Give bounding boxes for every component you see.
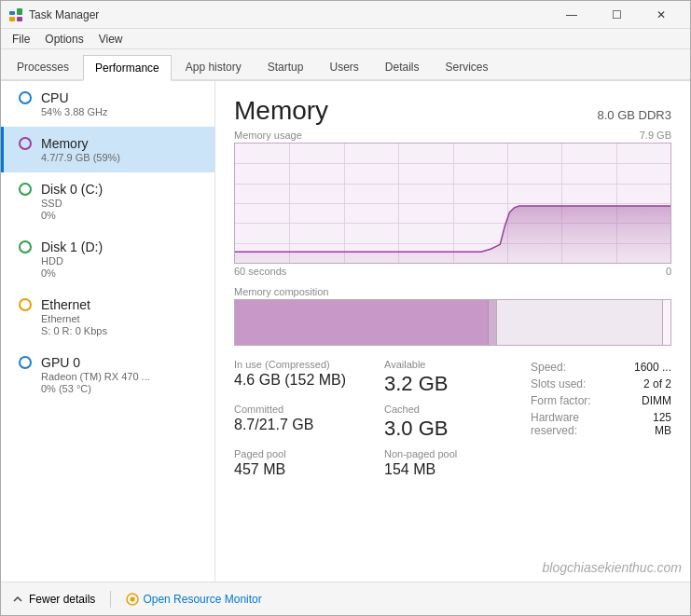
svg-rect-3	[17, 17, 22, 21]
chart-time-row: 60 seconds 0	[234, 266, 671, 277]
tab-app-history[interactable]: App history	[173, 53, 254, 79]
svg-rect-0	[9, 11, 15, 15]
left-stats: In use (Compressed) 4.6 GB (152 MB) Avai…	[234, 359, 523, 478]
composition-bar	[234, 299, 671, 346]
comp-free	[662, 300, 670, 345]
close-button[interactable]: ✕	[640, 1, 683, 29]
svg-rect-2	[9, 17, 15, 21]
title-bar-controls: — ☐ ✕	[550, 1, 683, 29]
cached-value: 3.0 GB	[384, 417, 523, 441]
stat-nonpaged: Non-paged pool 154 MB	[384, 448, 523, 478]
gpu0-sub2: 0% (53 °C)	[41, 383, 200, 394]
app-icon	[8, 7, 23, 22]
form-value: DIMM	[642, 394, 671, 407]
menu-bar: File Options View	[1, 29, 690, 49]
chart-label-row: Memory usage 7.9 GB	[234, 130, 671, 141]
available-label: Available	[384, 359, 523, 370]
paged-value: 457 MB	[234, 461, 373, 478]
chart-label: Memory usage	[234, 130, 302, 141]
sidebar-item-cpu[interactable]: CPU 54% 3.88 GHz	[1, 81, 214, 127]
open-resource-monitor-link[interactable]: Open Resource Monitor	[126, 593, 261, 606]
usage-chart	[234, 143, 671, 264]
title-bar: Task Manager — ☐ ✕	[1, 1, 690, 29]
chart-time-right: 0	[666, 266, 671, 277]
slots-value: 2 of 2	[643, 377, 671, 390]
tab-users[interactable]: Users	[317, 53, 370, 79]
main-panel: Memory 8.0 GB DDR3 Memory usage 7.9 GB	[215, 81, 690, 582]
speed-label: Speed:	[531, 361, 566, 374]
sidebar-item-gpu0-header: GPU 0	[19, 355, 200, 370]
footer-divider	[110, 591, 111, 608]
stat-paged: Paged pool 457 MB	[234, 448, 373, 478]
ethernet-dot	[19, 298, 32, 311]
main-title: Memory	[234, 96, 328, 126]
gpu0-dot	[19, 356, 32, 369]
form-row: Form factor: DIMM	[531, 394, 671, 407]
composition-label: Memory composition	[234, 286, 671, 297]
svg-rect-1	[17, 8, 22, 15]
in-use-value: 4.6 GB (152 MB)	[234, 372, 373, 389]
chart-time-left: 60 seconds	[234, 266, 286, 277]
disk1-dot	[19, 240, 32, 253]
stat-in-use: In use (Compressed) 4.6 GB (152 MB)	[234, 359, 373, 396]
tab-details[interactable]: Details	[373, 53, 432, 79]
stat-committed: Committed 8.7/21.7 GB	[234, 404, 373, 441]
paged-label: Paged pool	[234, 448, 373, 459]
sidebar-item-disk0[interactable]: Disk 0 (C:) SSD 0%	[1, 172, 214, 230]
sidebar: CPU 54% 3.88 GHz Memory 4.7/7.9 GB (59%)…	[1, 81, 215, 582]
chevron-up-icon	[12, 594, 23, 605]
committed-value: 8.7/21.7 GB	[234, 417, 373, 433]
hardware-label: Hardware reserved:	[531, 411, 618, 437]
speed-value: 1600 ...	[634, 361, 671, 374]
monitor-icon	[126, 593, 139, 606]
fewer-details-button[interactable]: Fewer details	[12, 593, 95, 606]
menu-file[interactable]: File	[5, 29, 37, 49]
slots-row: Slots used: 2 of 2	[531, 377, 671, 390]
sidebar-item-disk0-header: Disk 0 (C:)	[19, 182, 200, 197]
cached-label: Cached	[384, 404, 523, 415]
in-use-label: In use (Compressed)	[234, 359, 373, 370]
sidebar-item-ethernet[interactable]: Ethernet Ethernet S: 0 R: 0 Kbps	[1, 288, 214, 346]
memory-sub: 4.7/7.9 GB (59%)	[41, 152, 200, 163]
form-label: Form factor:	[531, 394, 591, 407]
disk1-sub2: 0%	[41, 267, 200, 279]
memory-label: Memory	[41, 136, 89, 151]
sidebar-item-cpu-header: CPU	[19, 90, 200, 105]
stat-cached: Cached 3.0 GB	[384, 404, 523, 441]
maximize-button[interactable]: ☐	[595, 1, 638, 29]
comp-modified	[488, 300, 496, 345]
disk0-sub2: 0%	[41, 210, 200, 221]
hardware-row: Hardware reserved: 125 MB	[531, 411, 671, 437]
sidebar-item-ethernet-header: Ethernet	[19, 297, 200, 312]
ethernet-sub1: Ethernet	[41, 313, 200, 324]
disk1-sub1: HDD	[41, 255, 200, 267]
usage-chart-section: Memory usage 7.9 GB	[234, 130, 671, 277]
stat-available: Available 3.2 GB	[384, 359, 523, 396]
sidebar-item-memory[interactable]: Memory 4.7/7.9 GB (59%)	[1, 127, 214, 172]
speed-row: Speed: 1600 ...	[531, 361, 671, 374]
comp-standby	[496, 300, 661, 345]
available-value: 3.2 GB	[384, 372, 523, 396]
footer: Fewer details Open Resource Monitor	[1, 582, 690, 615]
usage-chart-svg	[235, 144, 670, 263]
memory-dot	[19, 137, 32, 150]
tab-processes[interactable]: Processes	[5, 53, 81, 79]
nonpaged-value: 154 MB	[384, 461, 523, 478]
main-type: 8.0 GB DDR3	[598, 108, 671, 122]
content-area: CPU 54% 3.88 GHz Memory 4.7/7.9 GB (59%)…	[1, 81, 690, 582]
menu-view[interactable]: View	[91, 29, 131, 49]
tab-services[interactable]: Services	[434, 53, 501, 79]
composition-section: Memory composition	[234, 286, 671, 346]
sidebar-item-disk1[interactable]: Disk 1 (D:) HDD 0%	[1, 230, 214, 288]
sidebar-item-gpu0[interactable]: GPU 0 Radeon (TM) RX 470 ... 0% (53 °C)	[1, 346, 214, 404]
tab-performance[interactable]: Performance	[83, 55, 172, 81]
cpu-label: CPU	[41, 90, 69, 105]
hardware-value: 125 MB	[637, 411, 671, 437]
sidebar-item-disk1-header: Disk 1 (D:)	[19, 240, 200, 254]
ethernet-label: Ethernet	[41, 297, 90, 312]
tab-startup[interactable]: Startup	[256, 53, 316, 79]
minimize-button[interactable]: —	[550, 1, 593, 29]
cpu-sub: 54% 3.88 GHz	[41, 106, 200, 117]
committed-label: Committed	[234, 404, 373, 415]
menu-options[interactable]: Options	[37, 29, 90, 49]
